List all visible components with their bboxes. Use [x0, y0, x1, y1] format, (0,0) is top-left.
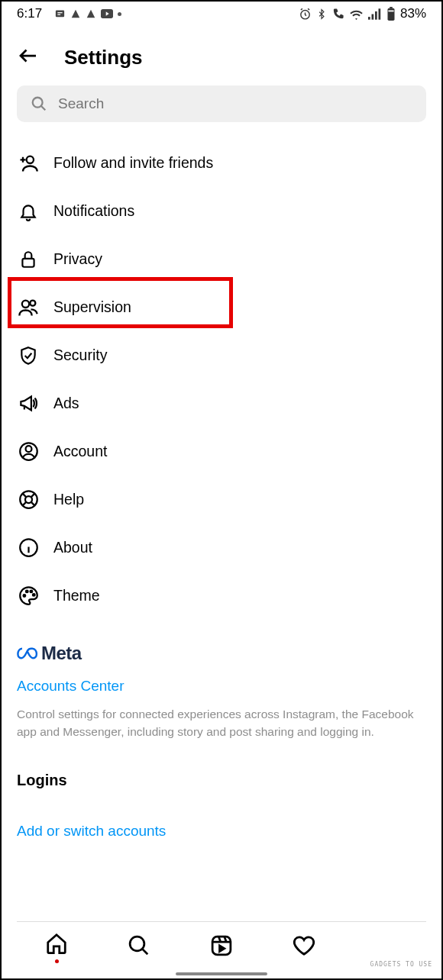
item-privacy[interactable]: Privacy [17, 235, 426, 283]
signal-icon [368, 8, 382, 20]
megaphone-icon [18, 393, 39, 414]
chat-icon [54, 8, 66, 20]
svg-rect-6 [378, 8, 380, 19]
bluetooth-icon [316, 8, 327, 21]
search-bar[interactable] [17, 85, 426, 122]
svg-point-13 [22, 300, 29, 307]
item-label: Theme [53, 587, 100, 604]
svg-point-10 [33, 98, 43, 108]
svg-rect-3 [368, 17, 370, 20]
reels-icon [210, 934, 233, 957]
item-account[interactable]: Account [17, 427, 426, 475]
svg-point-21 [25, 591, 27, 593]
status-time: 6:17 [17, 6, 42, 21]
status-notification-icons [54, 8, 121, 20]
battery-percent: 83% [400, 6, 426, 21]
more-dot-icon [118, 12, 121, 16]
svg-point-18 [25, 496, 32, 503]
item-theme[interactable]: Theme [17, 572, 426, 620]
meta-section: Meta Accounts Center Control settings fo… [2, 620, 441, 741]
search-icon [31, 95, 47, 112]
alarm-icon [299, 8, 312, 21]
nav-reels[interactable] [210, 934, 233, 960]
item-notifications[interactable]: Notifications [17, 187, 426, 235]
item-label: About [53, 539, 92, 556]
svg-point-22 [30, 591, 32, 593]
svg-rect-0 [56, 10, 64, 17]
nav-search[interactable] [128, 934, 150, 960]
header: Settings [2, 24, 441, 85]
people-icon [18, 297, 39, 318]
status-bar: 6:17 83% [2, 2, 441, 24]
bell-icon [18, 201, 38, 221]
item-supervision[interactable]: Supervision [17, 283, 426, 331]
shield-check-icon [18, 346, 38, 366]
home-icon [45, 932, 68, 955]
item-label: Help [53, 491, 84, 508]
add-switch-accounts-link[interactable]: Add or switch accounts [17, 823, 426, 840]
nav-activity[interactable] [293, 934, 315, 960]
search-icon [128, 934, 150, 957]
info-icon [18, 537, 39, 558]
gesture-handle [176, 972, 267, 975]
meta-brand-text: Meta [41, 643, 82, 664]
svg-point-24 [130, 936, 144, 951]
svg-rect-12 [22, 258, 34, 266]
svg-point-14 [30, 300, 35, 305]
item-label: Privacy [53, 250, 102, 268]
item-follow-invite[interactable]: Follow and invite friends [17, 139, 426, 187]
item-label: Ads [53, 395, 79, 412]
triangle-icon [70, 8, 81, 19]
lock-icon [18, 250, 38, 269]
palette-icon [18, 585, 39, 606]
svg-rect-7 [387, 8, 394, 21]
logins-title: Logins [17, 772, 426, 789]
logins-section: Logins Add or switch accounts [2, 741, 441, 840]
svg-rect-5 [375, 11, 377, 19]
item-about[interactable]: About [17, 524, 426, 572]
settings-list: Follow and invite friends Notifications … [2, 133, 441, 620]
youtube-icon [101, 9, 113, 18]
notification-dot-icon [55, 959, 59, 963]
accounts-center-link[interactable]: Accounts Center [17, 678, 426, 695]
add-person-icon [18, 153, 39, 174]
svg-point-11 [27, 156, 34, 163]
item-label: Security [53, 347, 107, 364]
item-label: Notifications [53, 202, 134, 220]
item-ads[interactable]: Ads [17, 379, 426, 427]
svg-point-16 [25, 446, 31, 452]
lifebuoy-icon [18, 489, 39, 510]
account-circle-icon [18, 441, 39, 462]
meta-description: Control settings for connected experienc… [17, 705, 426, 741]
meta-infinity-icon [17, 646, 38, 661]
svg-rect-4 [371, 14, 373, 19]
heart-icon [293, 934, 315, 957]
arrow-left-icon [17, 44, 40, 67]
nav-home[interactable] [45, 932, 68, 963]
item-help[interactable]: Help [17, 475, 426, 524]
back-button[interactable] [17, 44, 40, 70]
item-label: Supervision [53, 298, 131, 316]
watermark: GADGETS TO USE [370, 961, 432, 968]
svg-point-20 [23, 595, 25, 597]
svg-rect-8 [390, 7, 393, 8]
item-label: Follow and invite friends [53, 154, 213, 172]
page-title: Settings [64, 46, 143, 69]
search-input[interactable] [58, 95, 412, 112]
item-label: Account [53, 443, 107, 460]
svg-rect-9 [388, 11, 393, 12]
person-icon [86, 8, 96, 19]
wifi-icon [349, 8, 364, 20]
battery-icon [386, 7, 396, 21]
svg-point-23 [32, 594, 34, 596]
item-security[interactable]: Security [17, 331, 426, 379]
phone-icon [331, 8, 344, 21]
meta-logo: Meta [17, 643, 426, 664]
